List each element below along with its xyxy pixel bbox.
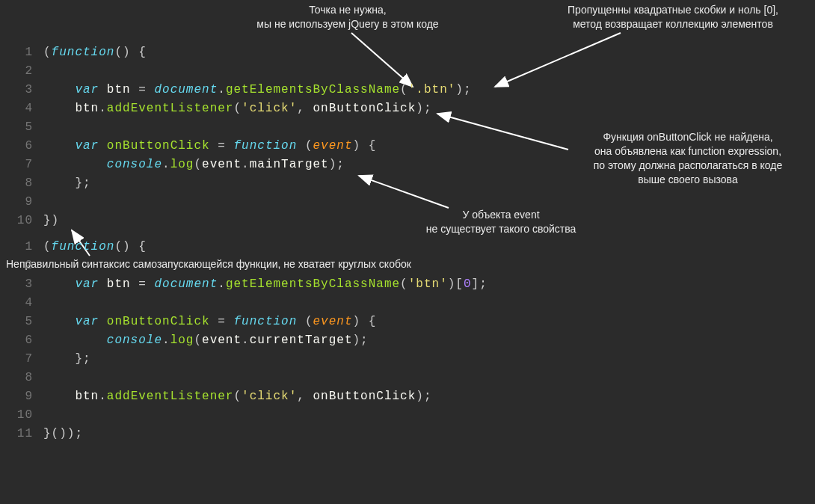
line-number: 10 bbox=[0, 406, 43, 425]
line-number: 9 bbox=[0, 193, 43, 212]
line-number: 5 bbox=[0, 118, 43, 137]
code-content: (function() { bbox=[43, 43, 815, 62]
code-content: console.log(event.mainTarget); bbox=[43, 156, 815, 174]
line-number: 1 bbox=[0, 43, 43, 62]
code-content: (function() { bbox=[43, 238, 815, 256]
code-content: var onButtonClick = function (event) { bbox=[43, 137, 815, 156]
line-number: 8 bbox=[0, 174, 43, 193]
code-line: 8 bbox=[0, 369, 815, 387]
code-line: 3 var btn = document.getElementsByClassN… bbox=[0, 275, 815, 294]
code-content: btn.addEventListener('click', onButtonCl… bbox=[43, 387, 815, 406]
line-number: 7 bbox=[0, 156, 43, 174]
code-line: 1(function() { bbox=[0, 238, 815, 256]
code-line: 5 bbox=[0, 118, 815, 137]
line-number: 4 bbox=[0, 294, 43, 313]
code-content: var btn = document.getElementsByClassNam… bbox=[43, 275, 815, 294]
code-line: 11}()); bbox=[0, 425, 815, 443]
line-number: 10 bbox=[0, 212, 43, 230]
line-number: 2 bbox=[0, 62, 43, 81]
line-number: 1 bbox=[0, 238, 43, 256]
code-line: 7 }; bbox=[0, 350, 815, 369]
line-number: 11 bbox=[0, 425, 43, 443]
code-line: 10 bbox=[0, 406, 815, 425]
code-content: }) bbox=[43, 212, 815, 230]
code-content: }; bbox=[43, 350, 815, 369]
code-line: 2 bbox=[0, 62, 815, 81]
code-line: 7 console.log(event.mainTarget); bbox=[0, 156, 815, 174]
code-content: }; bbox=[43, 174, 815, 193]
code-line: 4 bbox=[0, 294, 815, 313]
code-line: 3 var btn = document.getElementsByClassN… bbox=[0, 81, 815, 99]
code-content: console.log(event.currentTarget); bbox=[43, 331, 815, 350]
line-number: 6 bbox=[0, 331, 43, 350]
line-number: 2 bbox=[0, 256, 43, 275]
line-number: 9 bbox=[0, 387, 43, 406]
line-number: 8 bbox=[0, 369, 43, 387]
code-content: var btn = document.getElementsByClassNam… bbox=[43, 81, 815, 99]
code-line: 8 }; bbox=[0, 174, 815, 193]
line-number: 6 bbox=[0, 137, 43, 156]
code-line: 4 btn.addEventListener('click', onButton… bbox=[0, 99, 815, 118]
code-line: 6 console.log(event.currentTarget); bbox=[0, 331, 815, 350]
line-number: 7 bbox=[0, 350, 43, 369]
code-line: 1(function() { bbox=[0, 43, 815, 62]
code-line: 6 var onButtonClick = function (event) { bbox=[0, 137, 815, 156]
line-number: 4 bbox=[0, 99, 43, 118]
code-block-1: 1(function() {23 var btn = document.getE… bbox=[0, 0, 815, 230]
code-content: }()); bbox=[43, 425, 815, 443]
code-line: 10}) bbox=[0, 212, 815, 230]
code-content: var onButtonClick = function (event) { bbox=[43, 313, 815, 331]
line-number: 3 bbox=[0, 81, 43, 99]
code-line: 9 btn.addEventListener('click', onButton… bbox=[0, 387, 815, 406]
code-line: 9 bbox=[0, 193, 815, 212]
code-line: 2 bbox=[0, 256, 815, 275]
code-content: btn.addEventListener('click', onButtonCl… bbox=[43, 99, 815, 118]
code-line: 5 var onButtonClick = function (event) { bbox=[0, 313, 815, 331]
line-number: 5 bbox=[0, 313, 43, 331]
code-block-2: 1(function() {23 var btn = document.getE… bbox=[0, 230, 815, 443]
line-number: 3 bbox=[0, 275, 43, 294]
